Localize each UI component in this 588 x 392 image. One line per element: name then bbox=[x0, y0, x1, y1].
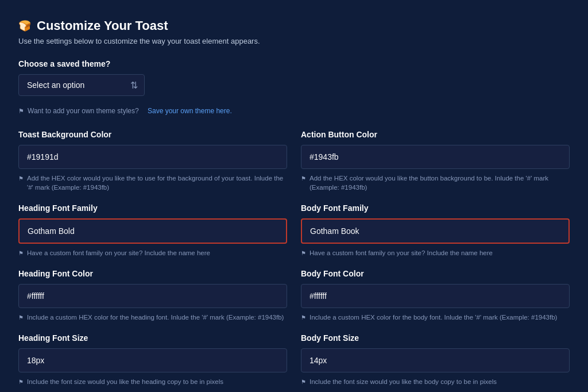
flag-icon: ⚑ bbox=[301, 249, 306, 258]
body-font-label: Body Font Family bbox=[301, 203, 570, 213]
toast-bg-helper-text: Add the HEX color would you like the to … bbox=[27, 174, 287, 192]
heading-color-input[interactable] bbox=[18, 284, 287, 308]
body-size-label: Body Font Size bbox=[301, 333, 570, 343]
body-size-input[interactable] bbox=[301, 348, 570, 372]
heading-font-group: Heading Font Family ⚑ Have a custom font… bbox=[18, 203, 287, 258]
body-color-input[interactable] bbox=[301, 284, 570, 308]
heading-color-label: Heading Font Color bbox=[18, 269, 287, 278]
heading-size-helper-text: Include the font size would you like the… bbox=[27, 377, 223, 386]
theme-section: Choose a saved theme? Select an option ⇅… bbox=[18, 59, 570, 116]
toast-bg-input[interactable] bbox=[18, 145, 287, 169]
theme-label: Choose a saved theme? bbox=[18, 59, 570, 68]
heading-font-helper-text: Have a custom font family on your site? … bbox=[27, 248, 210, 258]
flag-icon: ⚑ bbox=[18, 314, 24, 322]
toast-icon: 🍞 bbox=[18, 20, 31, 32]
body-color-group: Body Font Color ⚑ Include a custom HEX c… bbox=[301, 269, 570, 322]
heading-color-helper: ⚑ Include a custom HEX color for the hea… bbox=[18, 313, 287, 322]
page-title: Customize Your Toast bbox=[37, 18, 168, 33]
heading-size-group: Heading Font Size ⚑ Include the font siz… bbox=[18, 333, 287, 386]
row-font-sizes: Heading Font Size ⚑ Include the font siz… bbox=[18, 333, 570, 386]
flag-icon: ⚑ bbox=[18, 175, 24, 183]
row-colors: Toast Background Color ⚑ Add the HEX col… bbox=[18, 130, 570, 192]
save-theme-link[interactable]: Save your own theme here. bbox=[148, 106, 232, 116]
heading-font-label: Heading Font Family bbox=[18, 203, 287, 213]
action-btn-helper-text: Add the HEX color would you like the but… bbox=[310, 174, 570, 192]
body-font-group: Body Font Family ⚑ Have a custom font fa… bbox=[301, 203, 570, 258]
body-color-helper-text: Include a custom HEX color for the body … bbox=[310, 313, 557, 322]
body-color-helper: ⚑ Include a custom HEX color for the bod… bbox=[301, 313, 570, 322]
flag-icon: ⚑ bbox=[301, 378, 306, 386]
theme-select-wrapper: Select an option ⇅ bbox=[18, 74, 145, 96]
body-font-input[interactable] bbox=[301, 218, 570, 244]
row-fonts: Heading Font Family ⚑ Have a custom font… bbox=[18, 203, 570, 258]
body-font-helper: ⚑ Have a custom font family on your site… bbox=[301, 248, 570, 258]
body-color-label: Body Font Color bbox=[301, 269, 570, 278]
flag-icon: ⚑ bbox=[301, 314, 306, 322]
flag-icon: ⚑ bbox=[18, 378, 24, 386]
row-font-colors: Heading Font Color ⚑ Include a custom HE… bbox=[18, 269, 570, 322]
heading-color-helper-text: Include a custom HEX color for the headi… bbox=[27, 313, 284, 322]
page-subtitle: Use the settings below to customize the … bbox=[18, 37, 570, 45]
action-btn-input[interactable] bbox=[301, 145, 570, 169]
flag-icon: ⚑ bbox=[18, 107, 24, 116]
action-btn-label: Action Button Color bbox=[301, 130, 570, 139]
heading-font-input[interactable] bbox=[18, 218, 287, 244]
toast-bg-label: Toast Background Color bbox=[18, 130, 287, 139]
heading-color-group: Heading Font Color ⚑ Include a custom HE… bbox=[18, 269, 287, 322]
body-font-helper-text: Have a custom font family on your site? … bbox=[310, 248, 493, 258]
heading-font-helper: ⚑ Have a custom font family on your site… bbox=[18, 248, 287, 258]
heading-size-helper: ⚑ Include the font size would you like t… bbox=[18, 377, 287, 386]
theme-helper-static: Want to add your own theme styles? bbox=[28, 106, 139, 116]
action-btn-helper: ⚑ Add the HEX color would you like the b… bbox=[301, 174, 570, 192]
flag-icon: ⚑ bbox=[301, 175, 306, 183]
heading-size-label: Heading Font Size bbox=[18, 333, 287, 343]
action-btn-group: Action Button Color ⚑ Add the HEX color … bbox=[301, 130, 570, 192]
toast-bg-group: Toast Background Color ⚑ Add the HEX col… bbox=[18, 130, 287, 192]
heading-size-input[interactable] bbox=[18, 348, 287, 372]
toast-bg-helper: ⚑ Add the HEX color would you like the t… bbox=[18, 174, 287, 192]
theme-helper: ⚑ Want to add your own theme styles? Sav… bbox=[18, 106, 570, 116]
body-size-helper-text: Include the font size would you like the… bbox=[310, 377, 497, 386]
body-size-group: Body Font Size ⚑ Include the font size w… bbox=[301, 333, 570, 386]
theme-select[interactable]: Select an option bbox=[18, 74, 145, 96]
body-size-helper: ⚑ Include the font size would you like t… bbox=[301, 377, 570, 386]
page-header: 🍞 Customize Your Toast bbox=[18, 18, 570, 33]
flag-icon: ⚑ bbox=[18, 249, 24, 258]
